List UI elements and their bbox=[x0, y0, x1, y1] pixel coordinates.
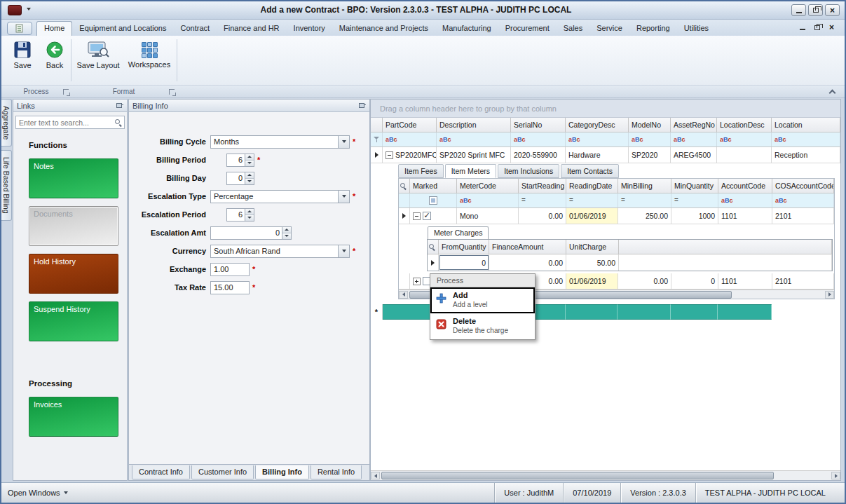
column-header-readingdate[interactable]: ReadingDate bbox=[566, 179, 618, 193]
tab-home[interactable]: Home bbox=[36, 21, 72, 36]
cell-financeamount[interactable]: 0.00 bbox=[489, 254, 566, 271]
cell-locationdesc[interactable] bbox=[717, 147, 772, 163]
dropdown-button[interactable] bbox=[338, 191, 349, 203]
tab-customer-info[interactable]: Customer Info bbox=[191, 465, 254, 479]
collapse-ribbon-icon[interactable] bbox=[829, 90, 836, 97]
cell-cosaccountcode[interactable]: 2101 bbox=[772, 208, 834, 224]
collapse-row-icon[interactable] bbox=[386, 151, 393, 159]
column-header-metercode[interactable]: MeterCode bbox=[457, 179, 519, 193]
cell-minquantity[interactable]: 1000 bbox=[671, 208, 718, 224]
cell-serialno[interactable]: 2020-559900 bbox=[511, 147, 566, 163]
filter-cosaccountcode[interactable] bbox=[772, 193, 834, 207]
minimize-button[interactable] bbox=[791, 4, 806, 16]
filter-location[interactable] bbox=[772, 132, 840, 147]
checkbox-checked-icon[interactable] bbox=[423, 212, 431, 220]
tab-equipment-and-locations[interactable]: Equipment and Locations bbox=[72, 22, 173, 36]
spin-down-icon[interactable] bbox=[282, 233, 291, 239]
scroll-left-icon[interactable] bbox=[399, 291, 408, 299]
group-by-bar[interactable]: Drag a column header here to group by th… bbox=[371, 100, 840, 118]
back-button[interactable]: Back bbox=[36, 38, 73, 69]
column-header-locationdesc[interactable]: LocationDesc bbox=[717, 118, 772, 132]
tab-finance-and-hr[interactable]: Finance and HR bbox=[217, 22, 287, 36]
column-header-startreading[interactable]: StartReading bbox=[519, 179, 566, 193]
suspend-history-button[interactable]: Suspend History bbox=[29, 301, 118, 341]
grid-horizontal-scrollbar[interactable] bbox=[371, 470, 840, 480]
process-group-launcher-icon[interactable] bbox=[63, 89, 69, 95]
cell-assetregno[interactable]: AREG4500 bbox=[671, 147, 717, 163]
spin-down-icon[interactable] bbox=[245, 178, 254, 184]
exchange-field[interactable]: 1.00 bbox=[210, 263, 250, 276]
invoices-button[interactable]: Invoices bbox=[29, 397, 118, 437]
cell-categorydesc[interactable]: Hardware bbox=[566, 147, 629, 163]
column-header-categorydesc[interactable]: CategoryDesc bbox=[566, 118, 629, 132]
checkbox-indeterminate-icon[interactable] bbox=[429, 196, 437, 205]
column-header-partcode[interactable]: PartCode bbox=[383, 118, 437, 132]
side-tab-aggregate[interactable]: Aggregate bbox=[1, 99, 12, 147]
column-header-marked[interactable]: Marked bbox=[410, 179, 457, 193]
tab-item-fees[interactable]: Item Fees bbox=[398, 164, 444, 178]
cell-unitcharge[interactable]: 50.00 bbox=[566, 254, 619, 271]
scroll-right-icon[interactable] bbox=[825, 291, 834, 299]
hold-history-button[interactable]: Hold History bbox=[29, 254, 118, 294]
filter-serialno[interactable] bbox=[511, 132, 566, 147]
tab-item-meters[interactable]: Item Meters bbox=[445, 164, 496, 178]
filter-partcode[interactable] bbox=[383, 132, 437, 147]
charges-search-cell[interactable] bbox=[428, 240, 439, 254]
cell-modelno[interactable]: SP2020 bbox=[629, 147, 671, 163]
save-button[interactable]: Save bbox=[4, 38, 41, 69]
billing-cycle-dropdown[interactable]: Months bbox=[210, 135, 350, 149]
save-layout-button[interactable]: Save Layout bbox=[76, 38, 120, 69]
cell-marked[interactable] bbox=[410, 208, 457, 224]
spin-down-icon[interactable] bbox=[245, 214, 254, 221]
filter-locationdesc[interactable] bbox=[717, 132, 772, 147]
filter-accountcode[interactable] bbox=[718, 193, 772, 207]
dropdown-button[interactable] bbox=[338, 245, 349, 257]
cell-minbilling[interactable]: 250.00 bbox=[618, 208, 671, 224]
search-icon[interactable] bbox=[114, 118, 122, 126]
quick-access-caret-icon[interactable] bbox=[27, 8, 31, 11]
charge-row[interactable]: 0 0.00 50.00 bbox=[428, 254, 832, 271]
tab-maintenance-and-projects[interactable]: Maintenance and Projects bbox=[332, 22, 435, 36]
notes-button[interactable]: Notes bbox=[29, 158, 118, 198]
scroll-left-icon[interactable] bbox=[371, 472, 380, 479]
tab-billing-info[interactable]: Billing Info bbox=[255, 465, 309, 479]
new-row-cell[interactable] bbox=[618, 304, 671, 320]
cell-cosaccountcode[interactable]: 2101 bbox=[772, 273, 834, 289]
cell-startreading[interactable]: 0.00 bbox=[519, 208, 566, 224]
tab-manufacturing[interactable]: Manufacturing bbox=[435, 22, 498, 36]
meter-row[interactable]: Mono 0.00 01/06/2019 250.00 1000 1101 21… bbox=[399, 208, 834, 224]
tab-item-contacts[interactable]: Item Contacts bbox=[561, 164, 619, 178]
menu-item-add[interactable]: Add Add a level bbox=[430, 287, 535, 313]
spin-down-icon[interactable] bbox=[245, 160, 254, 166]
close-button[interactable]: × bbox=[825, 4, 840, 16]
billing-period-stepper[interactable]: 6 bbox=[226, 154, 254, 167]
filter-minbilling[interactable] bbox=[618, 193, 671, 207]
format-group-launcher-icon[interactable] bbox=[169, 89, 175, 95]
new-row-cell[interactable] bbox=[671, 304, 718, 320]
column-header-financeamount[interactable]: FinanceAmount bbox=[489, 240, 566, 254]
documents-button[interactable]: Documents bbox=[29, 206, 118, 246]
dropdown-button[interactable] bbox=[338, 136, 349, 148]
cell-location[interactable]: Reception bbox=[772, 147, 840, 163]
tax-rate-field[interactable]: 15.00 bbox=[210, 281, 250, 294]
cell-fromquantity-editing[interactable]: 0 bbox=[439, 254, 489, 271]
cell-metercode[interactable]: Mono bbox=[457, 208, 519, 224]
cell-partcode[interactable]: SP2020MFC bbox=[383, 147, 437, 163]
menu-item-delete[interactable]: Delete Delete the charge bbox=[430, 313, 535, 339]
search-input[interactable] bbox=[16, 118, 114, 127]
file-menu-button[interactable] bbox=[7, 22, 32, 35]
side-tab-life-based-billing[interactable]: Life Based Billing bbox=[1, 150, 12, 221]
column-header-minquantity[interactable]: MinQuantity bbox=[671, 179, 718, 193]
tab-utilities[interactable]: Utilities bbox=[677, 22, 716, 36]
tab-contract-info[interactable]: Contract Info bbox=[132, 465, 190, 479]
filter-categorydesc[interactable] bbox=[566, 132, 629, 147]
filter-startreading[interactable] bbox=[519, 193, 566, 207]
scrollbar-thumb[interactable] bbox=[381, 472, 774, 479]
column-header-description[interactable]: Description bbox=[437, 118, 511, 132]
spin-up-icon[interactable] bbox=[245, 209, 254, 214]
collapse-row-icon[interactable] bbox=[413, 212, 421, 220]
cell-readingdate[interactable]: 01/06/2019 bbox=[566, 273, 618, 289]
filter-minquantity[interactable] bbox=[671, 193, 718, 207]
pin-icon[interactable] bbox=[358, 102, 366, 109]
cell-minbilling[interactable]: 0.00 bbox=[618, 273, 671, 289]
